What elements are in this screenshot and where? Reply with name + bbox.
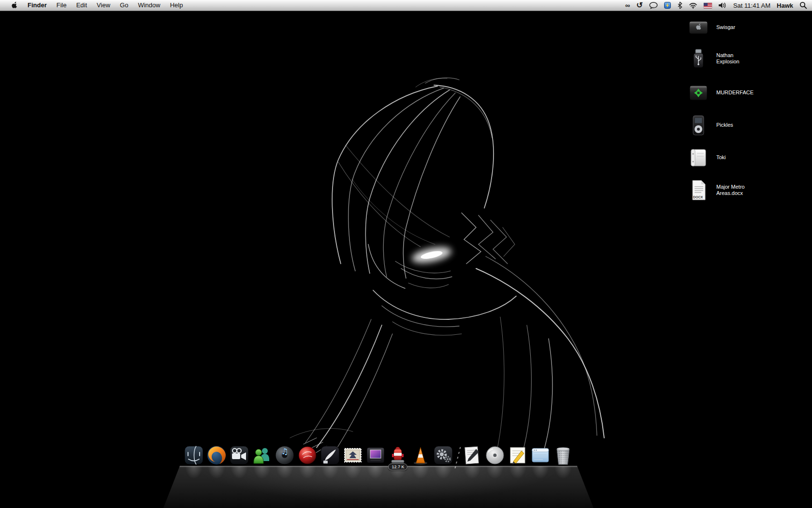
- dock-minimized-window[interactable]: [529, 444, 551, 466]
- download-rate-badge: 12.7 K: [388, 463, 407, 470]
- docx-document-icon: DOCX: [687, 179, 710, 201]
- menu-bar-user[interactable]: Hawk: [777, 2, 793, 9]
- wallpaper-sketch-figure: [0, 0, 812, 508]
- apple-menu[interactable]: [6, 0, 23, 11]
- dock-disc-player[interactable]: [484, 444, 506, 466]
- dock-ink-pen-app[interactable]: [319, 444, 341, 466]
- desktop-icon-murderface[interactable]: MURDERFACE: [687, 82, 754, 104]
- trash-icon: [552, 445, 574, 466]
- dock-separator: [455, 442, 461, 466]
- menu-bar: Finder File Edit View Go Window Help ∞ ↺: [0, 0, 812, 11]
- finder-icon: [183, 445, 204, 466]
- volume-icon[interactable]: [718, 0, 727, 11]
- external-drive-icon: [687, 82, 710, 104]
- desktop-icon-major-metro-areas-docx[interactable]: DOCX Major Metro Areas.docx: [687, 179, 758, 201]
- desktop-icon-pickles[interactable]: Pickles: [687, 114, 733, 136]
- dock-finder[interactable]: [183, 444, 205, 466]
- dock-notes[interactable]: [507, 444, 529, 466]
- video-camera-icon: [229, 445, 250, 466]
- menu-finder[interactable]: Finder: [23, 0, 52, 11]
- dock-system-preferences[interactable]: [432, 444, 454, 466]
- dock-vlc[interactable]: [409, 444, 432, 466]
- svg-text:♫: ♫: [281, 447, 288, 456]
- dock-red-sphere-app[interactable]: [296, 444, 319, 466]
- ichat-icon[interactable]: [649, 0, 658, 11]
- dock-video-camera[interactable]: [228, 444, 250, 466]
- slide-viewer-icon: [365, 445, 386, 466]
- dock-trash[interactable]: [552, 444, 574, 466]
- desktop-icon-toki[interactable]: Toki: [687, 147, 726, 169]
- desktop-icon-swisgar[interactable]: Swisgar: [687, 16, 735, 39]
- lastfm-icon[interactable]: ∞: [625, 0, 630, 11]
- download-meter-icon: [387, 445, 408, 466]
- documents-stack-icon: [462, 445, 483, 466]
- us-flag-icon[interactable]: [704, 0, 712, 11]
- internal-drive-icon: [687, 16, 710, 39]
- usb-drive-icon: [687, 47, 710, 70]
- folder-binder-icon: [687, 147, 710, 169]
- app-status-icon[interactable]: [664, 0, 671, 11]
- time-machine-icon[interactable]: ↺: [637, 0, 643, 11]
- dock-download-meter[interactable]: 12.7 K: [387, 444, 409, 466]
- desktop-icon-nathan-explosion[interactable]: Nathan Explosion: [687, 47, 758, 70]
- mail-stamp-icon: [342, 445, 363, 466]
- minimized-window-icon: [530, 445, 551, 466]
- dock: ♫: [178, 450, 579, 508]
- apple-icon: [11, 1, 18, 9]
- itunes-icon: ♫: [274, 445, 295, 466]
- notes-pencil-icon: [507, 445, 528, 466]
- dock-shelf: [163, 466, 594, 508]
- dock-mail[interactable]: [342, 444, 364, 466]
- dock-msn-messenger[interactable]: [251, 444, 273, 466]
- dock-firefox[interactable]: [205, 444, 228, 466]
- system-preferences-gears-icon: [433, 445, 454, 466]
- dock-documents-stack[interactable]: [461, 444, 483, 466]
- menu-view[interactable]: View: [92, 0, 115, 11]
- dock-slide-viewer[interactable]: [364, 444, 387, 466]
- menu-go[interactable]: Go: [115, 0, 133, 11]
- msn-messenger-icon: [251, 445, 273, 466]
- menu-file[interactable]: File: [52, 0, 72, 11]
- ipod-icon: [687, 114, 710, 136]
- menu-window[interactable]: Window: [133, 0, 165, 11]
- svg-text:DOCX: DOCX: [693, 195, 703, 199]
- menu-help[interactable]: Help: [165, 0, 188, 11]
- vlc-cone-icon: [410, 445, 431, 466]
- menu-bar-clock[interactable]: Sat 11:41 AM: [733, 2, 770, 9]
- airport-icon[interactable]: [689, 0, 697, 11]
- firefox-icon: [206, 445, 227, 466]
- disc-icon: [484, 445, 506, 466]
- desktop-screen: Finder File Edit View Go Window Help ∞ ↺: [0, 0, 812, 508]
- red-sphere-icon: [297, 445, 318, 466]
- dock-itunes[interactable]: ♫: [274, 444, 296, 466]
- bluetooth-icon[interactable]: [677, 0, 682, 11]
- ink-pen-icon: [319, 445, 341, 466]
- spotlight-icon[interactable]: [799, 0, 807, 11]
- menu-edit[interactable]: Edit: [72, 0, 92, 11]
